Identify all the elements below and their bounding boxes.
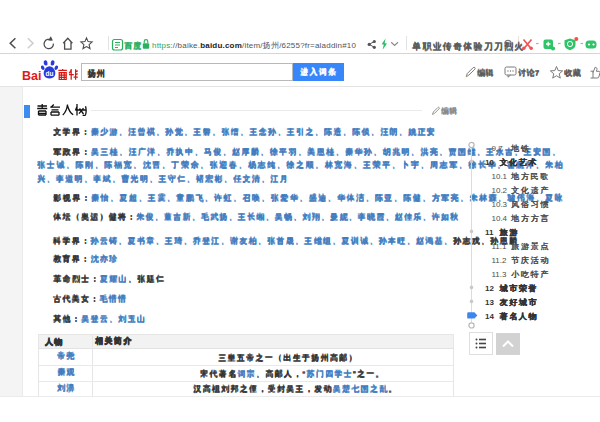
svg-text:du: du <box>46 70 54 77</box>
